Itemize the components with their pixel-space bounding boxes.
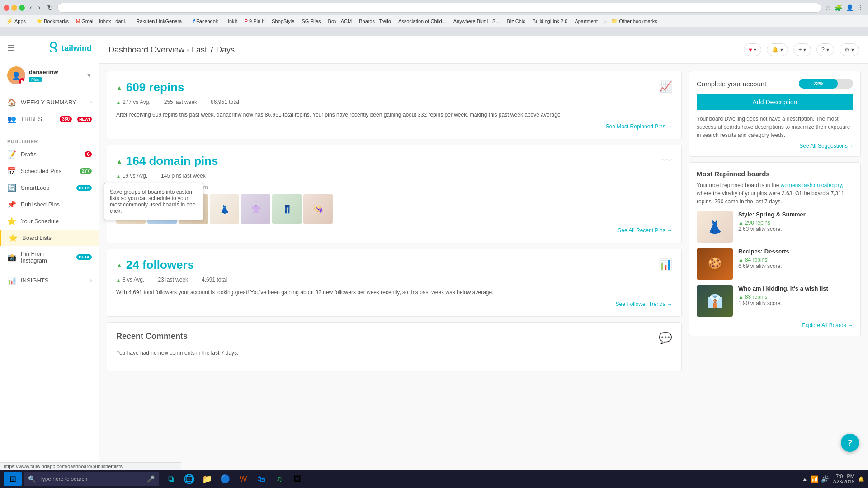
domain-up-arrow: ▲ <box>116 158 123 165</box>
see-all-recent-pins-link[interactable]: See All Recent Pins → <box>116 227 672 234</box>
repins-up-indicator: ▲ <box>116 100 121 105</box>
followers-vs-avg: ▲ 8 vs Avg. <box>116 277 144 283</box>
category-link[interactable]: womens fashion category, <box>781 182 844 188</box>
see-follower-trends-link[interactable]: See Follower Trends → <box>116 301 672 307</box>
extensions-icon[interactable]: 🧩 <box>834 3 843 12</box>
add-description-button[interactable]: Add Description <box>697 94 853 110</box>
repins-last-week: 255 last week <box>164 99 197 105</box>
user-section[interactable]: 👤 P danaerinw Plus ▼ <box>0 61 99 90</box>
bookmark-box[interactable]: Box - ACM <box>326 18 355 25</box>
bookmark-apps[interactable]: ⚡ Apps <box>4 17 28 25</box>
reload-button[interactable]: ↻ <box>45 3 55 13</box>
weekly-summary-label: WEEKLY SUMMARY <box>21 99 86 106</box>
bookmark-gmail[interactable]: M Gmail - Inbox - dani... <box>73 18 132 25</box>
address-bar[interactable]: https://www.tailwindapp.com/dashboard <box>57 3 821 13</box>
taskbar-photos[interactable]: 🖼 <box>289 471 306 487</box>
help-circle-button[interactable]: ? <box>841 434 859 452</box>
progress-bar-inner: 72% <box>799 79 838 89</box>
taskbar-search-box[interactable]: 🔍 Type here to search 🎤 <box>24 472 159 486</box>
drafts-icon: 📝 <box>7 150 16 159</box>
taskbar-up-arrow[interactable]: ▲ <box>802 475 808 483</box>
menu-icon[interactable]: ⋮ <box>856 3 864 12</box>
forward-button[interactable]: › <box>36 3 42 13</box>
sidebar-item-board-lists[interactable]: ⭐ Board Lists <box>0 230 99 246</box>
taskbar-edge[interactable]: 🔵 <box>217 471 233 487</box>
scheduled-pins-icon: 📅 <box>7 167 16 175</box>
help-button[interactable]: ? ▾ <box>816 43 834 56</box>
help-dropdown-icon: ▾ <box>826 47 829 53</box>
window-close-btn[interactable] <box>4 5 9 11</box>
bookmark-pinit[interactable]: P 9 Pin It <box>242 18 268 25</box>
repinned-board-1: 👗 Style: Spring & Summer ▲ 290 repins 2.… <box>697 211 853 243</box>
taskbar-spotify[interactable]: ♫ <box>271 471 288 487</box>
domain-last-week: 145 pins last week <box>161 173 206 179</box>
bookmark-facebook[interactable]: f Facebook <box>190 18 221 25</box>
taskbar-office[interactable]: W <box>235 471 251 487</box>
bookmark-shopstyle[interactable]: ShopStyle <box>269 18 297 25</box>
bookmark-rakuten[interactable]: Rakuten LinkGenera... <box>133 18 189 25</box>
section-divider-2 <box>0 270 99 270</box>
profile-icon[interactable]: 👤 <box>845 3 854 12</box>
window-min-btn[interactable] <box>11 5 17 11</box>
bookmark-bizchic[interactable]: Biz Chic <box>504 18 528 25</box>
followers-last-week: 23 last week <box>158 277 188 283</box>
your-schedule-label: Your Schedule <box>21 218 92 225</box>
app-header: Dashboard Overview - Last 7 Days ♥ ▾ 🔔 ▾… <box>99 36 868 64</box>
taskbar-chrome[interactable]: 🌐 <box>181 471 197 487</box>
main-column: ▲ 609 repins 📈 ▲ 277 vs Avg. 255 last we… <box>107 71 682 371</box>
see-all-suggestions-link[interactable]: See All Suggestions→ <box>697 143 853 149</box>
heart-button[interactable]: ♥ ▾ <box>744 43 761 56</box>
bookmark-bookmarks[interactable]: ⭐ Bookmarks <box>33 17 71 25</box>
bookmark-anywhere[interactable]: Anywhere Bkml - S... <box>451 18 503 25</box>
sidebar-item-scheduled-pins[interactable]: 📅 Scheduled Pins 277 <box>0 163 99 179</box>
smartloop-label: SmartLoop <box>21 184 72 191</box>
bookmark-buildinglink[interactable]: BuildingLink 2.0 <box>530 18 571 25</box>
pin-thumb-5-inner: 👚 <box>241 194 270 224</box>
sidebar-header: ☰ tailwind <box>0 36 99 61</box>
taskbar-clock[interactable]: 7:01 PM 7/23/2018 <box>832 474 854 484</box>
sidebar-item-your-schedule[interactable]: ⭐ Your Schedule <box>0 213 99 230</box>
taskbar-notification-icon[interactable]: 🔔 <box>858 476 864 482</box>
bookmark-association[interactable]: Association of Child... <box>396 18 449 25</box>
taskbar-task-view[interactable]: ⧉ <box>163 471 179 487</box>
sidebar-item-tribes[interactable]: 👥 TRIBES 380 NEW! <box>0 111 99 127</box>
sidebar-item-weekly-summary[interactable]: 🏠 WEEKLY SUMMARY › <box>0 94 99 111</box>
taskbar-volume-icon[interactable]: 🔊 <box>821 475 829 483</box>
window-max-btn[interactable] <box>19 5 25 11</box>
taskbar-store[interactable]: 🛍 <box>253 471 269 487</box>
bell-icon: 🔔 <box>772 47 778 53</box>
bookmark-linkit[interactable]: LinkIt <box>222 18 240 25</box>
sidebar-item-insights[interactable]: 📊 INSIGHTS › <box>0 272 99 289</box>
gear-icon: ⚙ <box>844 47 849 53</box>
bookmark-star-icon[interactable]: ☆ <box>824 3 832 12</box>
settings-button[interactable]: ⚙ ▾ <box>840 43 859 56</box>
sidebar-item-smartloop[interactable]: 🔄 SmartLoop BETA <box>0 179 99 196</box>
suggestion-text: Your board Dwelling does not have a desc… <box>697 115 853 139</box>
hamburger-menu[interactable]: ☰ <box>7 43 14 53</box>
bookmark-apartment[interactable]: Apartment <box>572 18 600 25</box>
sidebar-item-pin-from-instagram[interactable]: 📸 Pin From Instagram BETA <box>0 246 99 268</box>
taskbar: ⊞ 🔍 Type here to search 🎤 ⧉ 🌐 📁 🔵 W 🛍 ♫ … <box>0 470 868 488</box>
explore-all-boards-link[interactable]: Explore All Boards → <box>697 322 853 328</box>
start-button[interactable]: ⊞ <box>4 472 22 486</box>
followers-total: 4,691 total <box>202 277 227 283</box>
see-most-repinned-link[interactable]: See Most Repinned Pins → <box>116 123 672 130</box>
back-button[interactable]: ‹ <box>28 3 33 13</box>
user-dropdown-icon: ▼ <box>86 72 92 79</box>
bookmark-sgfiles[interactable]: SG Files <box>299 18 323 25</box>
bookmark-other[interactable]: 📁 Other bookmarks <box>609 17 660 25</box>
pinterest-badge: P <box>19 78 25 84</box>
plus-button[interactable]: + ▾ <box>793 43 811 56</box>
most-repinned-title: Most Repinned boards <box>697 170 853 178</box>
user-info: danaerinw Plus <box>29 69 83 82</box>
taskbar-network-icon[interactable]: 📶 <box>811 475 818 483</box>
sidebar-item-drafts[interactable]: 📝 Drafts 6 <box>0 146 99 163</box>
browser-controls[interactable] <box>4 5 25 11</box>
board-thumb-2: 🍪 <box>697 248 733 280</box>
taskbar-right: ▲ 📶 🔊 7:01 PM 7/23/2018 🔔 <box>802 474 864 484</box>
taskbar-explorer[interactable]: 📁 <box>199 471 215 487</box>
bookmark-trello[interactable]: Boards | Trello <box>356 18 394 25</box>
sidebar-item-published-pins[interactable]: 📌 Published Pins <box>0 196 99 213</box>
drafts-label: Drafts <box>21 151 80 158</box>
bell-button[interactable]: 🔔 ▾ <box>767 43 788 56</box>
